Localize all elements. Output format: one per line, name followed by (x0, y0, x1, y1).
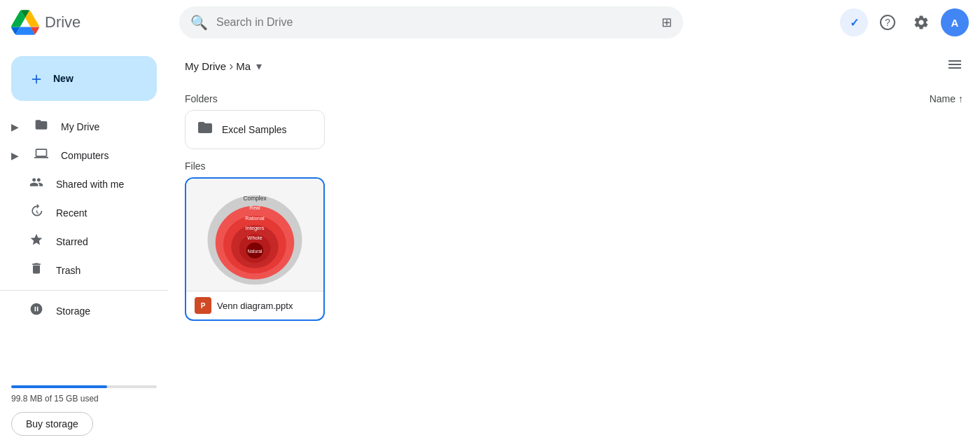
storage-usage-text: 99.8 MB of 15 GB used (11, 394, 157, 404)
file-info: P Venn diagram.pptx (186, 291, 323, 319)
files-title: Files (185, 160, 206, 172)
storage-icon (28, 302, 45, 319)
folder-item[interactable]: Excel Samples (185, 110, 325, 149)
view-toggle-icon[interactable] (946, 56, 963, 76)
file-thumbnail: Complex Real Rational Integers Whole Nat… (186, 179, 323, 291)
storage-bar-fill (11, 385, 107, 388)
folders-title: Folders (185, 93, 218, 104)
venn-diagram-svg: Complex Real Rational Integers Whole Nat… (202, 182, 307, 287)
svg-text:Integers: Integers (245, 225, 264, 231)
sidebar: ＋ New ▶ My Drive ▶ Computers Shared with… (0, 45, 168, 447)
filter-icon[interactable]: ⊞ (662, 15, 672, 30)
sidebar-divider (0, 290, 168, 291)
sort-label: Name (930, 93, 955, 104)
svg-text:Whole: Whole (247, 235, 262, 241)
sidebar-item-storage: Storage (0, 296, 157, 325)
trash-icon (28, 261, 45, 279)
starred-icon (28, 233, 45, 250)
breadcrumb: My Drive › Ma ▾ (185, 45, 963, 82)
sidebar-item-shared-with-me[interactable]: Shared with me (0, 170, 157, 198)
sidebar-label-storage: Storage (56, 305, 90, 317)
svg-text:Rational: Rational (245, 215, 265, 221)
topbar: Drive 🔍 ⊞ ✓ ? A (0, 0, 980, 45)
account-icon[interactable]: ✓ (840, 8, 868, 36)
drive-logo-icon (11, 8, 39, 36)
recent-icon (28, 204, 45, 221)
sidebar-label-computers: Computers (61, 150, 108, 161)
sidebar-label-recent: Recent (56, 207, 87, 219)
folder-icon (197, 119, 214, 140)
sidebar-label-shared-with-me: Shared with me (56, 179, 124, 190)
search-bar[interactable]: 🔍 ⊞ (179, 6, 683, 39)
sidebar-item-recent[interactable]: Recent (0, 198, 157, 227)
search-input[interactable] (216, 16, 653, 29)
storage-bar-background (11, 385, 157, 388)
settings-icon[interactable] (907, 8, 935, 36)
file-name: Venn diagram.pptx (217, 301, 293, 311)
svg-text:?: ? (885, 17, 890, 28)
sidebar-item-trash[interactable]: Trash (0, 256, 157, 284)
new-button[interactable]: ＋ New (11, 56, 157, 101)
breadcrumb-chevron-icon: › (229, 59, 233, 74)
files-grid: Complex Real Rational Integers Whole Nat… (185, 177, 963, 321)
main-layout: ＋ New ▶ My Drive ▶ Computers Shared with… (0, 45, 980, 447)
sidebar-label-trash: Trash (56, 265, 80, 276)
my-drive-icon (33, 118, 50, 135)
search-icon: 🔍 (190, 14, 208, 31)
files-section-header: Files (185, 160, 963, 172)
expand-icon-my-drive: ▶ (11, 121, 19, 132)
folder-name: Excel Samples (222, 124, 287, 135)
svg-text:Real: Real (249, 205, 260, 211)
top-icons: ✓ ? A (840, 8, 969, 36)
file-card[interactable]: Complex Real Rational Integers Whole Nat… (185, 177, 325, 321)
new-button-label: New (53, 73, 74, 84)
breadcrumb-root[interactable]: My Drive (185, 60, 226, 72)
svg-text:Complex: Complex (243, 195, 267, 202)
computers-icon (33, 146, 50, 164)
sort-button[interactable]: Name ↑ (930, 93, 963, 104)
sidebar-item-my-drive[interactable]: ▶ My Drive (0, 112, 157, 141)
svg-text:Natural: Natural (247, 249, 262, 254)
buy-storage-button[interactable]: Buy storage (11, 412, 93, 436)
content-area: My Drive › Ma ▾ Folders Name ↑ Excel Sam… (168, 45, 980, 447)
expand-icon-computers: ▶ (11, 150, 19, 161)
storage-section: 99.8 MB of 15 GB used Buy storage (0, 380, 168, 441)
new-plus-icon: ＋ (28, 67, 45, 90)
sort-arrow-icon: ↑ (958, 93, 963, 104)
pptx-icon: P (195, 297, 211, 314)
app-title: Drive (45, 13, 80, 32)
account-avatar[interactable]: A (941, 8, 969, 36)
logo-area: Drive (11, 8, 179, 36)
breadcrumb-dropdown-icon[interactable]: ▾ (256, 60, 262, 73)
sidebar-item-computers[interactable]: ▶ Computers (0, 141, 157, 170)
folders-section-header: Folders Name ↑ (185, 93, 963, 104)
help-icon[interactable]: ? (874, 8, 902, 36)
sidebar-label-my-drive: My Drive (61, 121, 99, 132)
sidebar-label-starred: Starred (56, 236, 88, 247)
sidebar-item-starred[interactable]: Starred (0, 227, 157, 256)
breadcrumb-current: Ma (236, 60, 251, 72)
shared-icon (28, 175, 45, 193)
folders-grid: Excel Samples (185, 110, 963, 149)
